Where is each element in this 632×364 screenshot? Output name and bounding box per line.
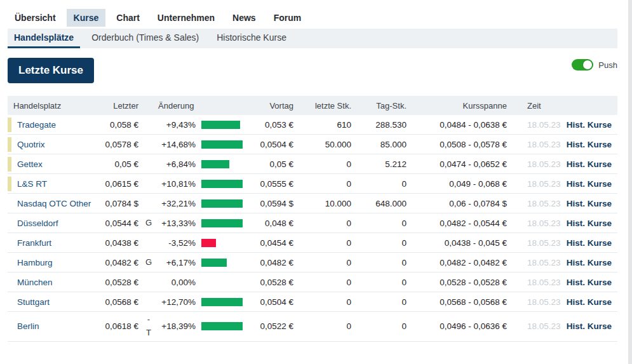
quote-date: 18.05.23 <box>508 321 561 331</box>
venue-cell: Frankfurt <box>8 233 103 252</box>
nav-item-kurse[interactable]: Kurse <box>67 9 106 27</box>
hist-cell: Hist. Kurse <box>561 199 617 208</box>
price-range: 0,0496 - 0,0636 € <box>408 321 508 331</box>
subnav-item-handelsplaetze[interactable]: Handelsplätze <box>8 29 80 48</box>
nav-item-news[interactable]: News <box>225 9 263 27</box>
change-bar <box>201 180 243 188</box>
col-header-vortag: Vortag <box>249 101 295 111</box>
change-percent: +14,68% <box>158 140 197 149</box>
hist-kurse-link[interactable]: Hist. Kurse <box>567 219 612 228</box>
venue-link[interactable]: Nasdaq OTC Other <box>11 199 91 208</box>
venue-link[interactable]: Düsseldorf <box>11 219 58 228</box>
hist-kurse-link[interactable]: Hist. Kurse <box>567 297 612 307</box>
hist-cell: Hist. Kurse <box>561 238 617 248</box>
quote-date: 18.05.23 <box>508 199 561 208</box>
change-bar <box>201 259 227 267</box>
hist-cell: Hist. Kurse <box>561 297 617 307</box>
venue-link[interactable]: L&S RT <box>11 179 47 189</box>
last-price: 0,058 € <box>103 120 140 130</box>
prev-close: 0,0454 € <box>249 238 295 248</box>
price-suffix <box>140 123 158 126</box>
change-bar-cell <box>197 160 249 168</box>
venue-link[interactable]: Frankfurt <box>11 238 51 248</box>
price-range: 0,0438 - 0,045 € <box>408 238 508 248</box>
venue-link[interactable]: Hamburg <box>11 258 53 267</box>
hist-kurse-link[interactable]: Hist. Kurse <box>567 120 612 130</box>
push-toggle[interactable] <box>572 59 593 71</box>
price-suffix <box>140 163 158 165</box>
table-row: Frankfurt 0,0438 € -3,52% 0,0454 € 0 0 0… <box>8 233 617 253</box>
last-price: 0,0544 € <box>103 219 140 228</box>
last-price: 0,0528 € <box>103 278 140 287</box>
quote-date: 18.05.23 <box>508 278 561 287</box>
quote-date: 18.05.23 <box>508 219 561 228</box>
quote-date: 18.05.23 <box>508 159 561 169</box>
venue-cell: Gettex <box>8 154 103 173</box>
day-volume: 0 <box>353 321 408 331</box>
venue-link[interactable]: Gettex <box>11 159 43 169</box>
venue-link[interactable]: Stuttgart <box>11 297 50 307</box>
hist-kurse-link[interactable]: Hist. Kurse <box>567 179 612 189</box>
change-bar-cell <box>197 180 249 188</box>
change-bar-cell <box>197 239 249 247</box>
price-suffix <box>140 182 158 185</box>
price-suffix <box>140 281 158 283</box>
top-nav: Übersicht Kurse Chart Unternehmen News F… <box>8 9 617 27</box>
nav-item-chart[interactable]: Chart <box>109 9 147 27</box>
nav-item-uebersicht[interactable]: Übersicht <box>8 9 63 27</box>
price-range: 0,0482 - 0,0544 € <box>408 219 508 228</box>
hist-kurse-link[interactable]: Hist. Kurse <box>567 258 612 267</box>
hist-kurse-link[interactable]: Hist. Kurse <box>567 321 612 331</box>
venue-cell: Hamburg <box>8 253 103 272</box>
hist-kurse-link[interactable]: Hist. Kurse <box>567 159 612 169</box>
last-volume: 0 <box>295 278 353 287</box>
change-bar <box>201 219 243 227</box>
hist-cell: Hist. Kurse <box>561 219 617 228</box>
hist-kurse-link[interactable]: Hist. Kurse <box>567 238 612 248</box>
col-header-zeit: Zeit <box>508 101 561 111</box>
last-price: 0,0615 € <box>103 179 140 189</box>
nav-item-unternehmen[interactable]: Unternehmen <box>151 9 222 27</box>
prev-close: 0,05 € <box>249 159 295 169</box>
price-range: 0,0568 - 0,0568 € <box>408 297 508 307</box>
table-row: Hamburg 0,0482 € G +6,17% 0,0482 € 0 0 0… <box>8 253 617 273</box>
venue-link[interactable]: Tradegate <box>11 120 56 130</box>
change-bar-cell <box>197 219 249 227</box>
venue-cell: Berlin <box>8 312 103 341</box>
change-bar-cell <box>197 298 249 306</box>
col-header-letzte-stk: letzte Stk. <box>295 101 353 111</box>
hist-kurse-link[interactable]: Hist. Kurse <box>567 140 612 149</box>
venue-link[interactable]: Berlin <box>11 321 39 331</box>
table-row: Quotrix 0,0578 € +14,68% 0,0504 € 50.000… <box>8 135 617 154</box>
change-bar <box>201 121 240 129</box>
hist-kurse-link[interactable]: Hist. Kurse <box>567 278 612 287</box>
subnav-item-orderbuch[interactable]: Orderbuch (Times & Sales) <box>85 29 205 48</box>
hist-kurse-link[interactable]: Hist. Kurse <box>567 199 612 208</box>
scrollbar[interactable] <box>628 0 632 364</box>
change-bar <box>201 239 216 247</box>
price-suffix <box>140 241 158 244</box>
change-bar <box>201 140 243 149</box>
prev-close: 0,0555 € <box>249 179 295 189</box>
hist-cell: Hist. Kurse <box>561 258 617 267</box>
quote-date: 18.05.23 <box>508 258 561 267</box>
venue-cell: Düsseldorf <box>8 213 103 233</box>
change-percent: +32,21% <box>158 199 197 208</box>
day-volume: 0 <box>353 258 408 267</box>
change-bar <box>201 298 243 306</box>
venue-link[interactable]: München <box>11 278 53 287</box>
last-volume: 0 <box>295 238 353 248</box>
quote-date: 18.05.23 <box>508 179 561 189</box>
change-bar-cell <box>197 322 249 330</box>
nav-item-forum[interactable]: Forum <box>267 9 309 27</box>
last-volume: 10.000 <box>295 199 353 208</box>
sub-nav: Handelsplätze Orderbuch (Times & Sales) … <box>8 29 617 48</box>
push-control: Push <box>572 59 617 71</box>
prev-close: 0,0528 € <box>249 278 295 287</box>
subnav-item-historische-kurse[interactable]: Historische Kurse <box>210 29 293 48</box>
last-volume: 0 <box>295 219 353 228</box>
col-header-kursspanne: Kursspanne <box>408 101 508 111</box>
push-label: Push <box>598 60 617 70</box>
change-bar <box>201 322 243 330</box>
venue-link[interactable]: Quotrix <box>11 140 45 149</box>
